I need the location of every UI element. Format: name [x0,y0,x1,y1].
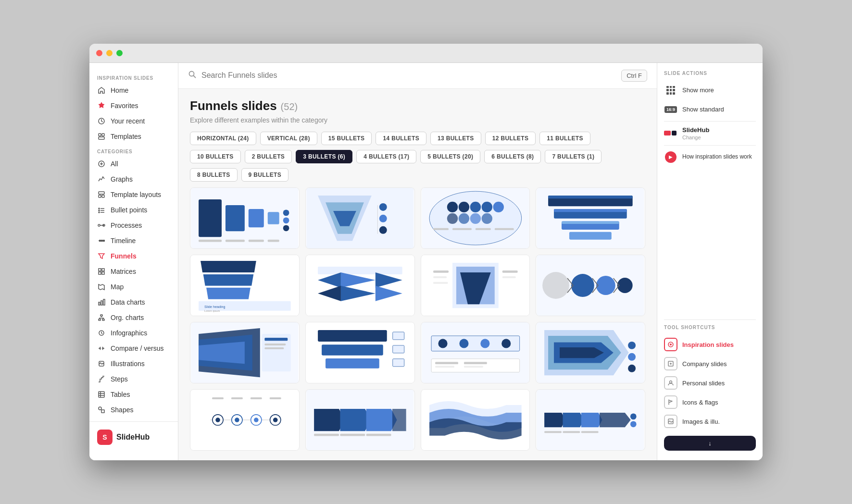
template-layouts-label: Template layouts [111,191,161,198]
sidebar-item-funnels[interactable]: Funnels [89,248,178,264]
svg-point-54 [447,202,457,212]
sidebar-item-data-charts[interactable]: Data charts [89,295,178,310]
filter-tag[interactable]: 3 BULLETS (6) [296,150,352,163]
slide-card[interactable] [421,322,530,383]
icons-flag-icon [664,395,677,409]
shortcut-inspiration[interactable]: Inspiration slides [664,335,756,354]
brand-change: Change [682,135,709,140]
shortcut-icons[interactable]: Icons & flags [664,393,756,412]
slide-card[interactable] [536,187,645,249]
svg-rect-22 [103,299,105,305]
filter-tag[interactable]: 6 BULLETS (8) [484,150,541,163]
show-more-action[interactable]: Show more [664,81,756,100]
shortcut-personal[interactable]: Personal slides [664,373,756,393]
sidebar-item-bullet-points[interactable]: Bullet points [89,202,178,218]
svg-point-10 [99,212,100,213]
svg-text:Lorem ipsum: Lorem ipsum [204,309,220,312]
svg-point-128 [628,365,636,372]
show-standard-action[interactable]: 16:9 Show standard [664,100,756,119]
filter-tag[interactable]: VERTICAL (28) [260,132,317,145]
sidebar-item-shapes[interactable]: Shapes [89,402,178,418]
personal-label: Personal slides [682,380,725,387]
svg-rect-88 [433,270,449,273]
sidebar-item-org-charts[interactable]: Org. charts [89,310,178,325]
search-input[interactable] [201,71,615,80]
inspiration-slides-label: INSPIRATION SLIDES [89,71,178,83]
slide-card[interactable] [536,322,645,383]
slide-card[interactable] [305,255,415,316]
svg-point-39 [283,225,289,231]
slide-card[interactable] [190,389,300,451]
filter-tag[interactable]: 10 BULLETS [190,150,241,163]
sidebar-item-graphs[interactable]: Graphs [89,172,178,187]
minimize-button[interactable] [106,50,113,56]
filter-tag[interactable]: 11 BULLETS [539,132,590,145]
close-button[interactable] [96,50,102,56]
slides-grid: Slide heading Lorem ipsum [190,187,645,451]
sidebar-item-home[interactable]: Home [89,83,178,98]
filter-tag[interactable]: 12 BULLETS [485,132,536,145]
sidebar-item-compare[interactable]: Compare / versus [89,341,178,356]
bullet-points-label: Bullet points [111,206,147,214]
maximize-button[interactable] [116,50,123,56]
sidebar-item-templates[interactable]: Templates [89,129,178,144]
slide-card[interactable] [190,187,300,249]
filter-tag[interactable]: 15 BULLETS [321,132,372,145]
slide-card[interactable] [421,255,530,316]
download-button[interactable]: ↓ [664,436,756,451]
sidebar-item-illustrations[interactable]: Illustrations [89,356,178,371]
svg-rect-118 [435,366,454,368]
illustrations-label: Illustrations [111,360,145,368]
home-icon [97,86,106,95]
svg-rect-17 [102,269,104,271]
slide-card[interactable]: Slide heading Lorem ipsum [190,255,300,316]
svg-rect-74 [562,221,619,224]
filter-row-1: HORIZONTAL (24)VERTICAL (28)15 BULLETS14… [190,132,645,145]
search-bar: Ctrl F [178,63,657,89]
slide-card[interactable] [190,322,300,383]
svg-point-13 [100,240,101,241]
sidebar-item-timeline[interactable]: Timeline [89,233,178,248]
brand-action[interactable]: SlideHub Change [664,123,756,143]
filter-tag[interactable]: 7 BULLETS (1) [545,150,601,163]
shortcut-images[interactable]: Images & illu. [664,412,756,431]
sidebar-item-template-layouts[interactable]: Template layouts [89,187,178,202]
svg-marker-154 [563,413,584,427]
svg-text:Slide heading: Slide heading [204,305,225,309]
images-icon [664,415,677,428]
sidebar-item-steps[interactable]: Steps [89,371,178,387]
sidebar-item-recent[interactable]: Your recent [89,113,178,129]
filter-tag[interactable]: 4 BULLETS (17) [356,150,416,163]
how-it-works-action[interactable]: ▶ How inspiration slides work [664,148,756,167]
slide-card[interactable] [536,389,645,451]
tables-label: Tables [111,391,130,398]
svg-rect-119 [464,362,487,364]
sidebar-item-matrices[interactable]: Matrices [89,264,178,279]
right-panel: SLIDE ACTIONS [657,63,763,460]
sidebar-item-map[interactable]: Map [89,279,178,295]
filter-tag[interactable]: 13 BULLETS [430,132,481,145]
sidebar-item-all[interactable]: All [89,156,178,172]
slide-card[interactable] [305,322,415,383]
shortcut-company[interactable]: Company slides [664,354,756,373]
slide-card[interactable] [305,187,415,249]
sidebar-item-infographics[interactable]: Infographics [89,325,178,341]
svg-point-60 [458,213,469,223]
filter-tag[interactable]: 9 BULLETS [241,168,289,182]
slide-card[interactable] [536,255,645,316]
svg-rect-34 [226,205,245,231]
filter-tag[interactable]: 14 BULLETS [376,132,426,145]
svg-rect-20 [99,302,100,305]
slide-card[interactable] [421,187,530,249]
filter-tag[interactable]: 8 BULLETS [190,168,238,182]
slide-card[interactable] [421,389,530,451]
sidebar-item-favorites[interactable]: Favorites [89,98,178,113]
sidebar-item-processes[interactable]: Processes [89,218,178,233]
sidebar-item-tables[interactable]: Tables [89,387,178,402]
filter-tag[interactable]: HORIZONTAL (24) [190,132,256,145]
filter-tag[interactable]: 2 BULLETS [245,150,292,163]
filter-tag[interactable]: 5 BULLETS (20) [420,150,480,163]
slide-card[interactable] [305,389,415,451]
svg-rect-141 [251,397,262,399]
home-label: Home [111,86,128,94]
